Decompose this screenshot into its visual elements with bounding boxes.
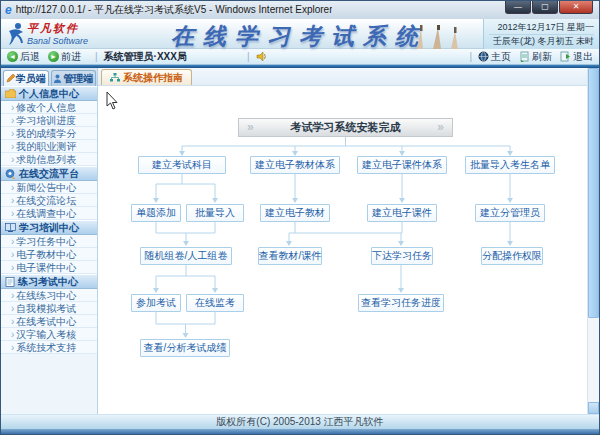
flow-start-node: » 考试学习系统安装完成 » [238, 118, 453, 137]
chat-icon [5, 169, 16, 179]
tab-admin[interactable]: 管理端 [51, 70, 97, 86]
browser-window: e http://127.0.0.1/ - 平凡在线学习考试系统V5 - Win… [0, 0, 600, 435]
sidebar-item-e-textbooks[interactable]: ›电子教材中心 [1, 248, 97, 261]
tab-system-guide[interactable]: 系统操作指南 [101, 69, 192, 85]
footer: 版权所有(C) 2005-2013 江西平凡软件 [1, 414, 599, 429]
brush-decoration [411, 25, 471, 49]
close-button[interactable]: ✕ [559, 1, 593, 14]
window-bottom-border [1, 429, 599, 434]
home-button[interactable]: 主页 [478, 50, 511, 64]
sidebar-item-career-test[interactable]: ›我的职业测评 [1, 140, 97, 153]
flow-node-online-proctor: 在线监考 [186, 294, 244, 312]
minimize-button[interactable]: — [505, 1, 531, 14]
sidebar-item-help-list[interactable]: ›求助信息列表 [1, 153, 97, 166]
tab-student[interactable]: 学员端 [3, 70, 49, 86]
sidebar-item-forum[interactable]: ›在线交流论坛 [1, 194, 97, 207]
ie-icon: e [5, 5, 12, 15]
flow-node-assign-permissions: 分配操作权限 [481, 247, 543, 265]
sidebar-item-typing-test[interactable]: ›汉字输入考核 [1, 328, 97, 341]
flow-node-add-single: 单题添加 [131, 204, 181, 222]
flow-node-create-subjects: 建立考试科目 [138, 156, 226, 174]
logo: 平凡软件 Banal Software [1, 19, 121, 48]
flow-node-view-materials: 查看教材/课件 [258, 247, 322, 265]
flow-node-courseware-system: 建立电子课件体系 [357, 156, 447, 174]
main-tab-bar: 系统操作指南 [98, 68, 587, 86]
flow-node-batch-import: 批量导入 [186, 204, 244, 222]
flow-node-create-courseware: 建立电子课件 [367, 204, 437, 222]
main-panel: 系统操作指南 [98, 68, 587, 414]
forward-icon: ► [48, 51, 59, 62]
globe-icon [478, 51, 489, 62]
sidebar-item-edit-profile[interactable]: ›修改个人信息 [1, 101, 97, 114]
flow-node-create-textbook: 建立电子教材 [260, 204, 330, 222]
folder-icon [5, 89, 16, 98]
sidebar-item-online-practice[interactable]: ›在线练习中心 [1, 289, 97, 302]
sidebar-item-e-courseware[interactable]: ›电子课件中心 [1, 261, 97, 274]
refresh-icon [519, 51, 530, 62]
back-button[interactable]: ◄ 后退 [7, 50, 40, 64]
sidebar-tab-bar: 学员端 管理端 [1, 68, 97, 86]
exit-icon [560, 51, 571, 62]
copyright-text: 版权所有(C) 2005-2013 江西平凡软件 [216, 415, 383, 429]
sidebar-item-learning-tasks[interactable]: ›学习任务中心 [1, 235, 97, 248]
chevron-right-decoration: » [437, 120, 444, 134]
sidebar-item-my-scores[interactable]: ›我的成绩学分 [1, 127, 97, 140]
back-icon: ◄ [7, 51, 18, 62]
date-line: 2012年12月17日 星期一 [489, 21, 594, 35]
vertical-scrollbar[interactable] [587, 68, 599, 414]
flow-node-assign-tasks: 下达学习任务 [371, 247, 433, 265]
scrollbar-thumb[interactable] [588, 68, 599, 318]
flow-node-take-exam: 参加考试 [131, 294, 181, 312]
logo-text-cn: 平凡软件 [27, 21, 88, 36]
book-icon [5, 223, 16, 232]
scrollbar-down-button[interactable] [588, 402, 599, 414]
title-bar[interactable]: e http://127.0.0.1/ - 平凡在线学习考试系统V5 - Win… [1, 1, 599, 19]
logo-mark-icon [5, 21, 27, 47]
date-panel: 2012年12月17日 星期一 壬辰年(龙) 冬月初五 未时 [483, 19, 599, 49]
sitemap-icon [110, 73, 120, 82]
section-personal-info[interactable]: 个人信息中心 [1, 86, 97, 101]
pen-icon [6, 74, 15, 83]
sidebar-item-online-exam[interactable]: ›在线考试中心 [1, 315, 97, 328]
flow-node-textbook-system: 建立电子教材体系 [250, 156, 340, 174]
chevron-left-decoration: » [247, 120, 254, 134]
forward-button[interactable]: ► 前进 [48, 50, 81, 64]
refresh-button[interactable]: 刷新 [519, 50, 552, 64]
window-title: http://127.0.0.1/ - 平凡在线学习考试系统V5 - Windo… [16, 3, 333, 17]
flow-node-analyze-results: 查看/分析考试成绩 [140, 339, 230, 357]
section-learning-center[interactable]: 学习培训中心 [1, 220, 97, 235]
sidebar-item-news[interactable]: ›新闻公告中心 [1, 181, 97, 194]
section-online-exchange[interactable]: 在线交流平台 [1, 166, 97, 181]
speaker-icon[interactable] [256, 51, 267, 62]
lunar-date-line: 壬辰年(龙) 冬月初五 未时 [489, 35, 594, 48]
sidebar-item-tech-support[interactable]: ›系统技术支持 [1, 341, 97, 354]
flowchart-area: » 考试学习系统安装完成 » 建立考试科目 建立电子教材体系 建立电子课件体系 … [98, 86, 587, 414]
exam-sheet-icon [5, 277, 15, 287]
sidebar-item-survey[interactable]: ›在线调查中心 [1, 207, 97, 220]
person-icon [53, 74, 62, 83]
mouse-cursor [106, 92, 118, 110]
flow-node-assemble-paper: 随机组卷/人工组卷 [140, 247, 232, 265]
sidebar-item-training-progress[interactable]: ›学习培训进度 [1, 114, 97, 127]
exit-button[interactable]: 退出 [560, 50, 593, 64]
site-title: 在线学习考试系统 [171, 21, 427, 52]
logo-text-en: Banal Software [27, 36, 88, 46]
maximize-button[interactable]: ▢ [532, 1, 558, 14]
flow-node-create-subadmin: 建立分管理员 [475, 204, 545, 222]
flow-node-view-task-progress: 查看学习任务进度 [358, 294, 444, 312]
app-header: 平凡软件 Banal Software 在线学习考试系统 2012年12月17日… [1, 19, 599, 49]
scrollbar-track[interactable] [588, 318, 599, 402]
flow-node-import-candidates: 批量导入考生名单 [465, 156, 555, 174]
sidebar-item-mock-exam[interactable]: ›自我模拟考试 [1, 302, 97, 315]
section-exam-center[interactable]: 练习考试中心 [1, 274, 97, 289]
sidebar: 学员端 管理端 个人信息中心 ›修改个人信息 ›学习培训进度 ›我的成绩学分 [1, 68, 98, 414]
